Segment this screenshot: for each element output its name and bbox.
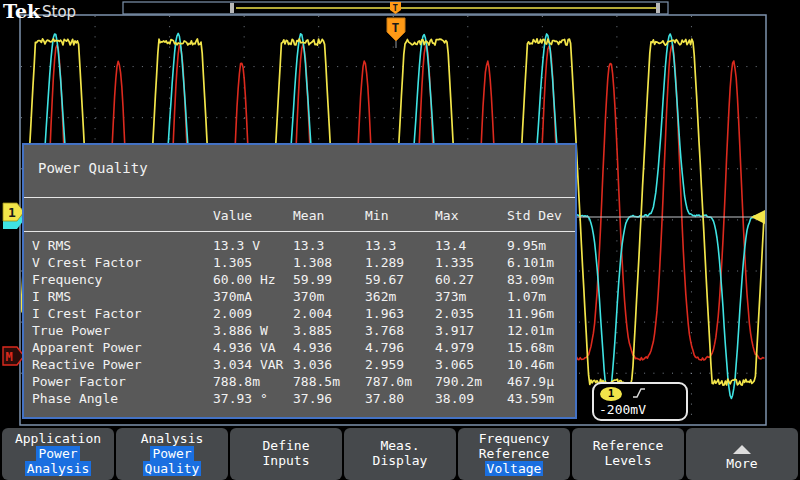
column-header-max: Max [435,208,458,223]
math-ground-marker[interactable]: M [3,347,24,365]
rising-edge-icon [632,386,647,400]
highlighted-value: Analysis [25,461,92,476]
table-row: V Crest Factor1.3051.3081.2891.3356.101m [24,255,575,272]
table-cell: 38.09 [435,391,474,406]
table-cell: 790.2m [435,374,482,389]
window-bracket-right[interactable] [656,3,660,13]
table-row: I RMS370mA370m362m373m1.07m [24,289,575,306]
table-cell: 83.09m [507,272,554,287]
ch1-marker-label: 1 [8,205,16,220]
softkey-label-line: Meas. [344,438,456,453]
table-cell: 15.68m [507,340,554,355]
table-row: Reactive Power3.034 VAR3.0362.9593.06510… [24,357,575,374]
table-cell: 60.00 Hz [213,272,276,287]
table-cell: 362m [365,289,396,304]
table-cell: 12.01m [507,323,554,338]
table-cell: Phase Angle [32,391,118,406]
softkey-application[interactable]: ApplicationPowerAnalysis [2,428,114,480]
panel-title: Power Quality [38,160,148,176]
table-cell: Reactive Power [32,357,142,372]
oscilloscope-screen: { "header": { "logo": "Tek", "status": "… [0,0,800,480]
highlighted-value: Voltage [485,461,544,476]
table-cell: 37.93 ° [213,391,268,406]
softkey-label-line: Analysis [116,431,228,446]
table-cell: 2.009 [213,306,252,321]
table-cell: 3.885 [293,323,332,338]
table-cell: 2.004 [293,306,332,321]
table-cell: 1.335 [435,255,474,270]
softkey-meas-display[interactable]: Meas.Display [344,428,456,480]
table-cell: I Crest Factor [32,306,142,321]
softkey-label-line: More [686,456,798,471]
table-header-row: Value Mean Min Max Std Dev [24,208,575,224]
table-cell: 2.959 [365,357,404,372]
trigger-level-value: -200mV [599,402,646,417]
table-cell: 10.46m [507,357,554,372]
table-cell: 3.036 [293,357,332,372]
highlighted-value: Power [150,446,193,461]
trigger-readout-box: 1 -200mV [592,382,688,421]
table-cell: 11.96m [507,306,554,321]
table-cell: 467.9µ [507,374,554,389]
softkey-label-line: Inputs [230,453,342,468]
trigger-position-marker[interactable]: T [387,18,405,48]
softkey-frequency-reference[interactable]: FrequencyReferenceVoltage [458,428,570,480]
column-header-std-dev: Std Dev [507,208,562,223]
table-cell: 3.768 [365,323,404,338]
column-header-min: Min [365,208,388,223]
softkey-label-line: Levels [572,453,684,468]
table-cell: 788.5m [293,374,340,389]
table-cell: 1.308 [293,255,332,270]
softkey-label-line: Frequency [458,431,570,446]
trigger-source-badge: 1 [600,387,622,401]
softkey-label-line: Reference [458,446,570,461]
softkey-label-line: Power [2,446,114,461]
softkey-analysis[interactable]: AnalysisPowerQuality [116,428,228,480]
panel-separator [24,231,575,232]
table-cell: 1.07m [507,289,546,304]
table-cell: 59.67 [365,272,404,287]
softkey-more[interactable]: More [686,428,798,480]
table-cell: 4.936 [293,340,332,355]
window-bracket-left[interactable] [230,3,234,13]
table-cell: I RMS [32,289,71,304]
table-cell: 1.289 [365,255,404,270]
table-cell: 787.0m [365,374,412,389]
table-cell: V RMS [32,238,71,253]
column-header-mean: Mean [293,208,324,223]
softkey-menu: ApplicationPowerAnalysisAnalysisPowerQua… [0,428,800,480]
tek-logo: Tek [3,0,40,22]
softkey-define-inputs[interactable]: DefineInputs [230,428,342,480]
table-cell: 3.034 VAR [213,357,283,372]
table-row: Power Factor788.8m788.5m787.0m790.2m467.… [24,374,575,391]
table-cell: 4.936 VA [213,340,276,355]
softkey-label-line: Power [116,446,228,461]
table-cell: 4.979 [435,340,474,355]
table-cell: 4.796 [365,340,404,355]
table-cell: 43.59m [507,391,554,406]
table-cell: 2.035 [435,306,474,321]
table-cell: 6.101m [507,255,554,270]
softkey-label-line: Voltage [458,461,570,476]
table-cell: 60.27 [435,272,474,287]
table-cell: 37.80 [365,391,404,406]
power-quality-panel: Power Quality Value Mean Min Max Std Dev… [22,143,577,419]
table-row: Apparent Power4.936 VA4.9364.7964.97915.… [24,340,575,357]
table-cell: 373m [435,289,466,304]
table-cell: 59.99 [293,272,332,287]
table-row: V RMS13.3 V13.313.313.49.95m [24,238,575,255]
table-cell: 3.886 W [213,323,268,338]
table-cell: Apparent Power [32,340,142,355]
table-cell: 13.3 [365,238,396,253]
table-row: Phase Angle37.93 °37.9637.8038.0943.59m [24,391,575,408]
table-cell: 13.4 [435,238,466,253]
softkey-label-line: Reference [572,438,684,453]
table-cell: Power Factor [32,374,126,389]
table-cell: 9.95m [507,238,546,253]
table-cell: V Crest Factor [32,255,142,270]
trigger-marker-label: T [392,20,400,35]
softkey-reference-levels[interactable]: ReferenceLevels [572,428,684,480]
math-marker-label: M [6,350,13,364]
table-row: Frequency60.00 Hz59.9959.6760.2783.09m [24,272,575,289]
trigger-level-arrow[interactable] [751,210,765,224]
